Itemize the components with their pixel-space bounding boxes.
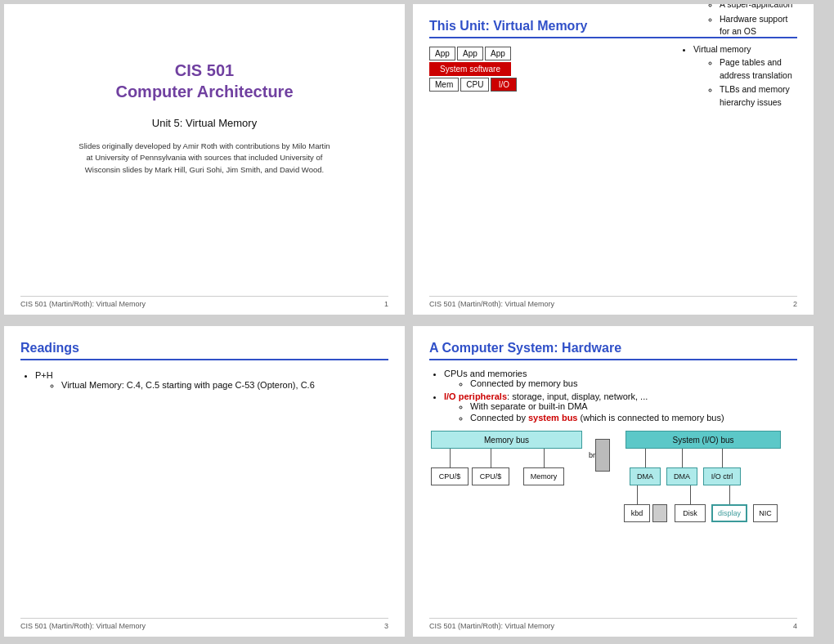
- bullet-cpus-sub1: Connected by memory bus: [470, 378, 797, 388]
- memory-box: Memory: [523, 467, 564, 485]
- app-box-3: App: [485, 47, 511, 60]
- hw-diagram: Memory bus System (I/O) bus bridge CPU/$…: [429, 431, 789, 537]
- slide3-title: Readings: [20, 341, 388, 360]
- slide-1: CIS 501 Computer Architecture Unit 5: Vi…: [4, 4, 405, 315]
- slide1-footer: CIS 501 (Martin/Roth): Virtual Memory 1: [20, 296, 388, 308]
- bullet-cpus: CPUs and memories Connected by memory bu…: [444, 369, 797, 388]
- dma1-box: DMA: [630, 467, 661, 485]
- footer-right: 1: [384, 300, 388, 308]
- slide4-footer: CIS 501 (Martin/Roth): Virtual Memory 4: [429, 618, 797, 630]
- footer-left: CIS 501 (Martin/Roth): Virtual Memory: [20, 300, 146, 308]
- bridge-box: [595, 439, 610, 472]
- bullet-os: The operating system (OS) A super-applic…: [693, 4, 797, 38]
- line-mem: [544, 449, 545, 467]
- slide-2: This Unit: Virtual Memory App App App Sy…: [413, 4, 814, 315]
- kbd-icon: [652, 504, 667, 522]
- slide2-bullets: The operating system (OS) A super-applic…: [679, 4, 797, 111]
- course-number: CIS 501: [20, 60, 388, 81]
- bullet-vm-sub1: Page tables and address translation: [720, 56, 797, 83]
- course-name: Computer Architecture: [20, 81, 388, 102]
- slide3-bullets: P+H Virtual Memory: C.4, C.5 starting wi…: [35, 370, 388, 390]
- unit-title: Unit 5: Virtual Memory: [20, 117, 388, 129]
- slide4-bullets: CPUs and memories Connected by memory bu…: [444, 369, 797, 423]
- memory-bus-box: Memory bus: [431, 431, 582, 449]
- slide1-title: CIS 501 Computer Architecture: [20, 60, 388, 102]
- footer-right: 3: [384, 622, 388, 630]
- dma2-box: DMA: [666, 467, 697, 485]
- footer-right: 4: [793, 622, 797, 630]
- bullet-io: I/O peripherals: storage, input, display…: [444, 391, 797, 423]
- slide-4: A Computer System: Hardware CPUs and mem…: [413, 326, 814, 637]
- diagram-row2: Mem CPU I/O: [429, 78, 548, 92]
- cpu2-box: CPU/$: [472, 467, 509, 485]
- system-software-box: System software: [429, 62, 511, 76]
- line-display: [729, 485, 730, 504]
- footer-left: CIS 501 (Martin/Roth): Virtual Memory: [429, 300, 554, 308]
- line-cpu1: [450, 449, 451, 467]
- bullet-io-sub2: Connected by system bus (which is connec…: [470, 413, 797, 423]
- slide2-content-wrap: App App App System software Mem CPU I/O …: [429, 47, 797, 111]
- line-kbd: [637, 485, 638, 504]
- bullet-ph: P+H Virtual Memory: C.4, C.5 starting wi…: [35, 370, 388, 390]
- bullet-ph-sub1: Virtual Memory: C.4, C.5 starting with p…: [61, 380, 388, 390]
- slide2-footer: CIS 501 (Martin/Roth): Virtual Memory 2: [429, 296, 797, 308]
- disk-box: Disk: [675, 504, 706, 522]
- diagram-row-system: System software: [429, 62, 548, 76]
- slide-3: Readings P+H Virtual Memory: C.4, C.5 st…: [4, 326, 405, 637]
- diagram-row1: App App App: [429, 47, 548, 60]
- bullet-vm: Virtual memory Page tables and address t…: [693, 43, 797, 110]
- nic-box: NIC: [753, 504, 778, 522]
- line-dma2: [682, 449, 683, 467]
- line-dma1: [645, 449, 646, 467]
- footer-left: CIS 501 (Martin/Roth): Virtual Memory: [20, 622, 146, 630]
- slide4-title: A Computer System: Hardware: [429, 341, 797, 360]
- io-box: I/O: [491, 78, 517, 92]
- bullet-vm-sub2: TLBs and memory hierarchy issues: [720, 83, 797, 110]
- cpu1-box: CPU/$: [431, 467, 469, 485]
- system-bus-box: System (I/O) bus: [626, 431, 781, 449]
- ioctrl-box: I/O ctrl: [703, 467, 741, 485]
- mem-box: Mem: [429, 78, 459, 92]
- display-box: display: [711, 504, 747, 522]
- kbd-box: kbd: [624, 504, 650, 522]
- io-peripherals-text: I/O peripherals: [444, 391, 507, 401]
- line-disk: [690, 485, 691, 504]
- bullet-os-sub1: A super-application: [720, 4, 797, 11]
- slide2-diagram: App App App System software Mem CPU I/O: [429, 47, 548, 111]
- app-box-2: App: [457, 47, 483, 60]
- bullet-io-sub1: With separate or built-in DMA: [470, 401, 797, 411]
- io-peripherals-rest: : storage, input, display, network, ...: [507, 391, 648, 401]
- bullet-os-sub2: Hardware support for an OS: [720, 13, 797, 39]
- line-ioctrl: [722, 449, 723, 467]
- footer-left: CIS 501 (Martin/Roth): Virtual Memory: [429, 622, 554, 630]
- cpu-box: CPU: [460, 78, 489, 92]
- slide3-footer: CIS 501 (Martin/Roth): Virtual Memory 3: [20, 618, 388, 630]
- footer-right: 2: [793, 300, 797, 308]
- line-cpu2: [491, 449, 491, 467]
- credit-text: Slides originally developed by Amir Roth…: [20, 141, 388, 176]
- app-box-1: App: [429, 47, 455, 60]
